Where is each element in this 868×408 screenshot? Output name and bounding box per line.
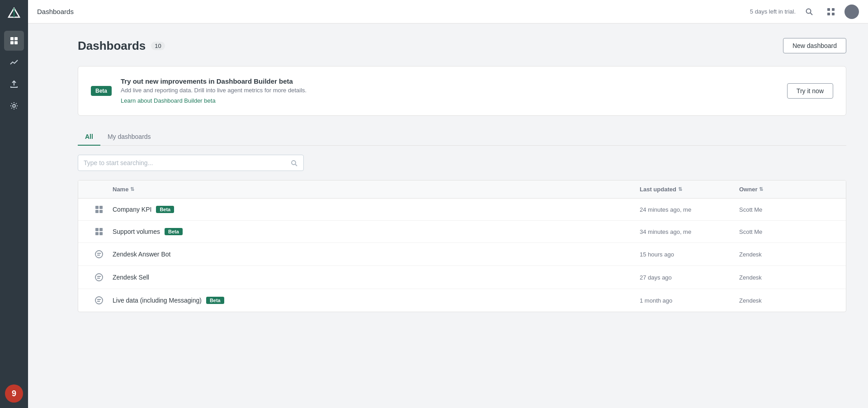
row-owner: Zendesk bbox=[739, 297, 839, 304]
row-icon-grid bbox=[85, 205, 113, 214]
tab-my-dashboards[interactable]: My dashboards bbox=[100, 128, 158, 146]
row-updated: 34 minutes ago, me bbox=[640, 228, 739, 235]
svg-rect-17 bbox=[95, 210, 99, 213]
app-logo[interactable] bbox=[6, 5, 22, 22]
tabs: All My dashboards bbox=[78, 128, 846, 146]
row-beta-badge: Beta bbox=[165, 228, 183, 235]
table-row[interactable]: Live data (including Messaging) Beta 1 m… bbox=[78, 289, 846, 312]
svg-rect-20 bbox=[99, 228, 103, 231]
row-beta-badge: Beta bbox=[156, 206, 174, 213]
svg-rect-15 bbox=[95, 206, 99, 209]
row-owner: Zendesk bbox=[739, 274, 839, 281]
svg-point-26 bbox=[95, 274, 103, 281]
topbar: Dashboards 5 days left in trial. bbox=[28, 0, 868, 24]
svg-point-23 bbox=[95, 251, 103, 258]
name-sort-icon: ⇅ bbox=[130, 186, 134, 192]
search-input-icon bbox=[291, 159, 298, 167]
col-header-name[interactable]: Name ⇅ bbox=[113, 186, 640, 193]
user-avatar-badge[interactable]: 9 bbox=[5, 384, 23, 403]
updated-sort-icon: ⇅ bbox=[678, 186, 682, 192]
row-name: Company KPI Beta bbox=[113, 206, 640, 213]
banner-link[interactable]: Learn about Dashboard Builder beta bbox=[121, 97, 216, 104]
sidebar-item-settings[interactable] bbox=[4, 96, 24, 116]
svg-rect-12 bbox=[832, 13, 835, 15]
sidebar-item-upload[interactable] bbox=[4, 74, 24, 94]
page-header: Dashboards 10 New dashboard bbox=[78, 38, 846, 53]
tab-all[interactable]: All bbox=[78, 128, 100, 146]
svg-rect-9 bbox=[827, 8, 830, 11]
trial-text: 5 days left in trial. bbox=[750, 8, 796, 15]
row-icon-zendesk bbox=[85, 295, 113, 305]
svg-rect-4 bbox=[10, 41, 14, 44]
svg-rect-21 bbox=[95, 232, 99, 235]
svg-point-13 bbox=[292, 161, 296, 165]
banner-content: Try out new improvements in Dashboard Bu… bbox=[121, 77, 778, 104]
new-dashboard-button[interactable]: New dashboard bbox=[783, 38, 846, 53]
row-updated: 24 minutes ago, me bbox=[640, 206, 739, 213]
svg-line-14 bbox=[295, 164, 297, 166]
row-icon-zendesk bbox=[85, 272, 113, 282]
svg-rect-3 bbox=[14, 37, 18, 40]
sidebar-bottom: 9 bbox=[5, 384, 23, 403]
svg-line-8 bbox=[811, 13, 813, 15]
row-name: Live data (including Messaging) Beta bbox=[113, 297, 640, 304]
row-icon-grid bbox=[85, 227, 113, 236]
table-row[interactable]: Zendesk Sell 27 days ago Zendesk bbox=[78, 266, 846, 289]
table-row[interactable]: Zendesk Answer Bot 15 hours ago Zendesk bbox=[78, 243, 846, 266]
svg-rect-16 bbox=[99, 206, 103, 209]
row-beta-badge: Beta bbox=[206, 297, 224, 304]
row-owner: Zendesk bbox=[739, 251, 839, 258]
row-updated: 27 days ago bbox=[640, 274, 739, 281]
svg-rect-11 bbox=[827, 13, 830, 15]
dashboard-count-badge: 10 bbox=[151, 42, 165, 50]
svg-rect-2 bbox=[10, 37, 14, 40]
banner-title: Try out new improvements in Dashboard Bu… bbox=[121, 77, 778, 85]
banner-description: Add live and reporting data. Drill into … bbox=[121, 87, 778, 94]
dashboards-table: Name ⇅ Last updated ⇅ Owner ⇅ bbox=[78, 180, 846, 312]
row-name: Zendesk Answer Bot bbox=[113, 251, 640, 258]
search-icon-button[interactable] bbox=[801, 4, 817, 20]
sidebar-item-home[interactable] bbox=[4, 31, 24, 51]
svg-point-7 bbox=[807, 9, 811, 13]
col-header-updated[interactable]: Last updated ⇅ bbox=[640, 186, 739, 193]
beta-banner: Beta Try out new improvements in Dashboa… bbox=[78, 66, 846, 116]
page-title: Dashboards bbox=[78, 39, 146, 53]
table-header: Name ⇅ Last updated ⇅ Owner ⇅ bbox=[78, 180, 846, 199]
row-owner: Scott Me bbox=[739, 228, 839, 235]
svg-rect-22 bbox=[99, 232, 103, 235]
search-box bbox=[78, 155, 304, 171]
row-updated: 1 month ago bbox=[640, 297, 739, 304]
row-name: Support volumes Beta bbox=[113, 228, 640, 235]
svg-point-6 bbox=[13, 104, 15, 107]
row-name: Zendesk Sell bbox=[113, 274, 640, 281]
row-updated: 15 hours ago bbox=[640, 251, 739, 258]
table-row[interactable]: Company KPI Beta 24 minutes ago, me Scot… bbox=[78, 199, 846, 221]
col-header-icon bbox=[85, 186, 113, 193]
row-owner: Scott Me bbox=[739, 206, 839, 213]
user-avatar[interactable] bbox=[844, 5, 859, 19]
svg-rect-19 bbox=[95, 228, 99, 231]
main-content: Dashboards 10 New dashboard Beta Try out… bbox=[56, 24, 868, 408]
col-header-owner[interactable]: Owner ⇅ bbox=[739, 186, 839, 193]
banner-beta-label: Beta bbox=[91, 86, 112, 96]
search-input[interactable] bbox=[84, 159, 287, 166]
topbar-title: Dashboards bbox=[37, 8, 745, 15]
sidebar-item-dashboards[interactable] bbox=[4, 52, 24, 72]
svg-rect-5 bbox=[14, 41, 18, 44]
page-header-left: Dashboards 10 bbox=[78, 39, 165, 53]
svg-rect-10 bbox=[832, 8, 835, 11]
table-row[interactable]: Support volumes Beta 34 minutes ago, me … bbox=[78, 221, 846, 243]
row-icon-zendesk bbox=[85, 249, 113, 259]
try-it-button[interactable]: Try it now bbox=[787, 83, 833, 99]
sidebar: 9 bbox=[0, 0, 28, 408]
svg-point-29 bbox=[95, 297, 103, 304]
grid-icon-button[interactable] bbox=[823, 4, 839, 20]
owner-sort-icon: ⇅ bbox=[759, 186, 763, 192]
svg-rect-18 bbox=[99, 210, 103, 213]
